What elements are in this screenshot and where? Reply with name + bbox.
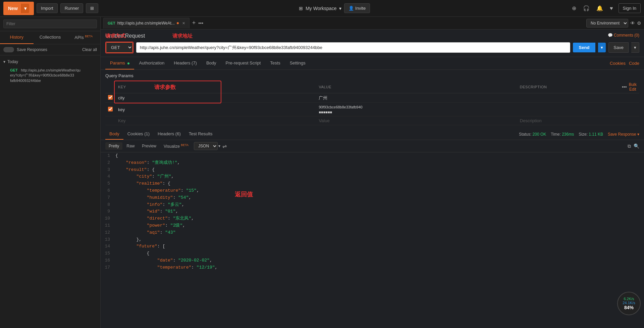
param-key-input-1[interactable] <box>118 95 313 100</box>
view-tab-visualize[interactable]: Visualize BETA <box>160 142 192 150</box>
param-tab-body[interactable]: Body <box>202 57 221 69</box>
param-tab-settings[interactable]: Settings <box>285 57 310 69</box>
view-tab-raw[interactable]: Raw <box>123 142 138 150</box>
invite-button[interactable]: 👤 Invite <box>344 3 370 13</box>
more-tabs-button[interactable]: ••• <box>198 20 203 26</box>
param-key-input-2[interactable] <box>118 107 313 112</box>
env-dropdown[interactable]: No Environment <box>586 19 628 28</box>
param-val-input-2[interactable] <box>319 105 514 109</box>
view-tab-preview[interactable]: Preview <box>139 142 160 150</box>
comments-link[interactable]: 💬 Comments (0) <box>608 33 639 38</box>
view-tab-pretty[interactable]: Pretty <box>105 142 122 150</box>
param-val-cell-2: ■■■■■■ <box>316 103 517 116</box>
runner-button[interactable]: Runner <box>60 3 84 13</box>
code-link[interactable]: Code <box>629 61 639 66</box>
json-line: 13 }, <box>101 236 644 243</box>
th-actions: ••• Bulk Edit <box>619 81 639 93</box>
save-button[interactable]: Save <box>608 42 629 53</box>
request-tab-1[interactable]: GET http://apis.juhe.cn/simpleWeAt... ✕ <box>103 18 190 29</box>
tab-close-icon[interactable]: ✕ <box>182 21 185 26</box>
param-check-1[interactable] <box>108 95 113 100</box>
env-selector: No Environment 👁 ⚙ <box>586 19 641 28</box>
search-icon-btn[interactable]: ⊕ <box>571 4 578 13</box>
heart-icon-btn[interactable]: ♥ <box>608 4 614 13</box>
param-tab-params[interactable]: Params <box>105 57 134 69</box>
response-tab-test[interactable]: Test Results <box>185 129 217 140</box>
new-button[interactable]: New ▾ <box>3 2 34 15</box>
param-check-2[interactable] <box>108 107 113 111</box>
json-line: 10 "direct": "东北风", <box>101 215 644 222</box>
save-arrow-button[interactable]: ▾ <box>631 42 639 53</box>
content-area: GET http://apis.juhe.cn/simpleWeAt... ✕ … <box>101 17 644 328</box>
history-item[interactable]: GET http://apis.juhe.cn/simpleWeather/qu… <box>3 65 97 85</box>
new-arrow[interactable]: ▾ <box>21 4 29 13</box>
time-label: Time: 236ms <box>551 132 574 137</box>
param-tab-tests[interactable]: Tests <box>265 57 285 69</box>
more-cols-button[interactable]: ••• <box>622 84 627 90</box>
bulk-edit-button[interactable]: Bulk Edit <box>629 82 637 92</box>
save-responses-toggle[interactable] <box>3 47 14 52</box>
param-tab-auth[interactable]: Authorization <box>134 57 169 69</box>
json-line: 16 "date": "2020-02-02", <box>101 257 644 264</box>
settings-icon-btn[interactable]: 🎧 <box>582 4 591 13</box>
param-key-input-empty[interactable] <box>118 118 313 123</box>
param-row-1 <box>105 93 639 103</box>
json-lines-container: 1{2 "reason": "查询成功!",3 "result": {4 "ci… <box>101 152 644 271</box>
size-value: 1.11 KB <box>589 132 603 137</box>
param-val-input-1[interactable] <box>319 95 514 100</box>
params-table: KEY VALUE DESCRIPTION ••• Bulk Edit <box>105 81 639 125</box>
people-icon: 👤 <box>348 6 354 11</box>
status-value: 200 OK <box>533 132 546 137</box>
env-settings-icon[interactable]: ⚙ <box>637 20 641 26</box>
clear-button[interactable]: Clear all <box>82 47 97 52</box>
wrap-button[interactable]: ⇌ <box>222 143 227 149</box>
send-arrow-button[interactable]: ▾ <box>598 43 606 52</box>
network-percent: 84% <box>624 305 634 310</box>
json-line: 14 "future": [ <box>101 243 644 250</box>
history-item-url: http://apis.juhe.cn/simpleWeather/query?… <box>10 68 80 83</box>
env-eye-icon[interactable]: 👁 <box>630 20 635 26</box>
notification-icon-btn[interactable]: 🔔 <box>595 4 604 13</box>
response-area: Body Cookies (1) Headers (6) Test Result… <box>101 129 644 328</box>
param-desc-input-1[interactable] <box>520 95 616 100</box>
signin-button[interactable]: Sign In <box>619 3 641 13</box>
apis-beta-badge: BETA <box>85 35 93 38</box>
param-desc-input-empty[interactable] <box>520 118 616 123</box>
workspace-center: ⊞ My Workspace ▾ 👤 Invite <box>101 3 568 13</box>
proxy-button[interactable]: ⊞ <box>86 3 98 13</box>
json-line: 5 "realtime": { <box>101 180 644 187</box>
chevron-format-icon: ▾ <box>218 144 220 148</box>
param-tab-prerequest[interactable]: Pre-request Script <box>221 57 266 69</box>
copy-icon[interactable]: ⧉ <box>628 143 631 149</box>
filter-input[interactable] <box>3 19 97 28</box>
sidebar-tab-collections[interactable]: Collections <box>34 31 67 44</box>
json-line: 11 "power": "2级", <box>101 222 644 229</box>
param-val-input-empty[interactable] <box>319 118 514 123</box>
workspace-chevron: ▾ <box>339 6 341 11</box>
query-params-title: Query Params <box>105 73 639 78</box>
param-desc-input-2[interactable] <box>520 107 616 112</box>
request-row: 请求方式 请求地址 GET Send ▾ Save ▾ <box>105 42 639 53</box>
sidebar-tab-apis[interactable]: APIs BETA <box>67 31 100 44</box>
url-input[interactable] <box>136 42 570 53</box>
format-select[interactable]: JSON <box>194 142 218 150</box>
size-label: Size: 1.11 KB <box>579 132 603 137</box>
search-response-icon[interactable]: 🔍 <box>634 143 639 149</box>
sidebar-tab-history[interactable]: History <box>0 31 34 44</box>
status-label: Status: 200 OK <box>519 132 546 137</box>
json-line: 4 "city": "广州", <box>101 173 644 180</box>
response-tab-cookies[interactable]: Cookies (1) <box>123 129 154 140</box>
send-button[interactable]: Send <box>573 43 596 52</box>
history-date-today[interactable]: ▾ Today <box>3 58 97 65</box>
add-tab-button[interactable]: + <box>190 19 198 27</box>
import-button[interactable]: Import <box>37 3 58 13</box>
grid-icon: ⊞ <box>299 6 303 11</box>
method-select[interactable]: GET <box>106 42 133 53</box>
response-tab-body[interactable]: Body <box>105 129 123 140</box>
params-dot <box>127 62 129 64</box>
cookies-link[interactable]: Cookies <box>610 61 626 66</box>
param-tab-headers[interactable]: Headers (7) <box>169 57 202 69</box>
save-response-button[interactable]: Save Response ▾ <box>608 132 639 137</box>
response-tab-headers[interactable]: Headers (6) <box>154 129 185 140</box>
json-line: 12 "aqi": "43" <box>101 229 644 236</box>
